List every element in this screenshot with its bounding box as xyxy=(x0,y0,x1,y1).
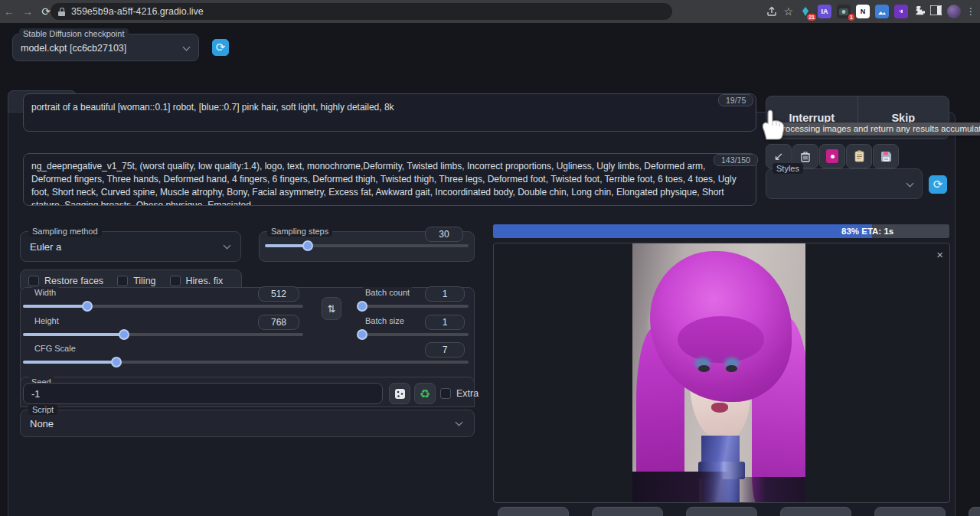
checkpoint-label: Stable Diffusion checkpoint xyxy=(19,28,129,39)
ext-onenote-icon[interactable] xyxy=(894,5,908,18)
eye-right xyxy=(726,365,737,372)
ext-camera-icon[interactable]: 1 xyxy=(837,5,851,18)
chevron-down-icon xyxy=(183,44,191,51)
close-icon[interactable]: × xyxy=(936,248,943,261)
styles-dropdown[interactable]: Styles xyxy=(766,168,923,199)
generation-progress-bar: 83% ETA: 1s xyxy=(493,224,949,238)
checkbox-icon xyxy=(117,276,128,286)
hires-fix-checkbox[interactable]: Hires. fix xyxy=(170,276,224,286)
random-seed-button[interactable] xyxy=(389,383,410,404)
hair-bangs xyxy=(678,316,764,363)
swap-width-height-button[interactable]: ⇅ xyxy=(322,297,341,320)
dice-icon xyxy=(394,388,406,400)
sampling-steps-slider[interactable] xyxy=(265,244,469,247)
mouse-cursor-hand xyxy=(756,106,789,141)
negative-prompt-textarea[interactable]: ng_deepnegative_v1_75t, (worst quality, … xyxy=(23,153,756,206)
sampling-method-value: Euler a xyxy=(30,241,61,253)
apply-styles-button[interactable] xyxy=(846,144,872,168)
batch-count-label: Batch count xyxy=(361,287,413,298)
batch-count-slider[interactable] xyxy=(358,305,469,308)
batch-size-slider[interactable] xyxy=(358,333,469,336)
browser-toolbar: ← → ⟳ 359e5b9a-a5ff-4216.gradio.live ☆ 2… xyxy=(0,0,980,23)
ext-photos-icon[interactable] xyxy=(875,5,889,18)
save-style-button[interactable] xyxy=(873,144,899,168)
batch-size-input[interactable]: 1 xyxy=(425,315,465,330)
share-icon[interactable] xyxy=(766,5,778,18)
lips xyxy=(711,403,729,412)
interrupt-tooltip: rocessing images and return any results … xyxy=(779,122,980,136)
tiling-checkbox[interactable]: Tiling xyxy=(117,276,155,286)
chevron-down-icon xyxy=(224,242,231,250)
cfg-scale-label: CFG Scale xyxy=(31,343,80,354)
ext-notion-icon[interactable]: N xyxy=(856,5,870,18)
cfg-scale-input[interactable]: 7 xyxy=(425,342,465,358)
shoulder-right xyxy=(734,477,805,503)
extra-action-button[interactable] xyxy=(969,507,980,516)
checkbox-icon xyxy=(440,388,451,399)
send-to-img2img-button[interactable] xyxy=(686,507,757,516)
checkpoint-dropdown[interactable]: Stable Diffusion checkpoint model.ckpt [… xyxy=(12,34,199,61)
styles-refresh-button[interactable]: ⟳ xyxy=(929,175,947,194)
recycle-icon: ♻ xyxy=(420,387,430,401)
seed-input[interactable]: -1 xyxy=(23,383,383,404)
negative-prompt-text: ng_deepnegative_v1_75t, (worst quality, … xyxy=(31,161,737,206)
back-icon[interactable]: ← xyxy=(0,5,18,18)
browser-extensions-row: ☆ 21 IA 1 N ⋮ xyxy=(766,0,975,23)
extra-networks-card-icon xyxy=(826,149,838,163)
negative-token-counter: 143/150 xyxy=(714,154,758,166)
script-value: None xyxy=(30,418,54,429)
width-slider[interactable] xyxy=(23,305,303,308)
chevron-down-icon xyxy=(906,180,914,188)
zip-button[interactable] xyxy=(592,507,663,516)
cfg-scale-slider[interactable] xyxy=(23,361,469,364)
profile-avatar[interactable] xyxy=(947,5,961,18)
lock-icon xyxy=(58,8,65,16)
chevron-down-icon xyxy=(456,419,463,426)
progress-fill xyxy=(493,224,872,238)
shoulder-left xyxy=(632,472,730,503)
width-label: Width xyxy=(31,287,60,298)
sidepanel-icon[interactable] xyxy=(930,5,942,18)
extra-seed-checkbox[interactable]: Extra xyxy=(440,388,479,399)
checkpoint-refresh-button[interactable]: ⟳ xyxy=(212,39,229,56)
sampling-method-label: Sampling method xyxy=(28,226,102,237)
checkpoint-value: model.ckpt [cc6cb27103] xyxy=(21,43,126,54)
styles-label: Styles xyxy=(773,163,803,174)
checkbox-icon xyxy=(170,276,181,286)
reuse-seed-button[interactable]: ♻ xyxy=(414,383,436,404)
height-input[interactable]: 768 xyxy=(258,315,299,330)
ext-teal-icon[interactable]: 21 xyxy=(799,5,812,18)
clipboard-icon xyxy=(854,150,864,162)
screen: ← → ⟳ 359e5b9a-a5ff-4216.gradio.live ☆ 2… xyxy=(0,0,980,516)
url-text: 359e5b9a-a5ff-4216.gradio.live xyxy=(71,6,204,17)
output-gallery: × xyxy=(493,243,950,503)
forward-icon[interactable]: → xyxy=(18,5,37,18)
ext-ia-icon[interactable]: IA xyxy=(818,5,831,18)
browser-menu-icon[interactable]: ⋮ xyxy=(966,6,975,17)
swap-arrows-icon: ⇅ xyxy=(328,303,336,315)
send-to-inpaint-button[interactable] xyxy=(780,507,851,516)
eye-left xyxy=(698,365,710,372)
height-slider[interactable] xyxy=(23,333,303,336)
width-input[interactable]: 512 xyxy=(258,286,299,302)
batch-count-input[interactable]: 1 xyxy=(425,286,465,302)
save-button[interactable] xyxy=(498,507,569,516)
extra-networks-button[interactable] xyxy=(819,144,845,168)
restore-faces-checkbox[interactable]: Restore faces xyxy=(28,276,103,286)
sampling-steps-label: Sampling steps xyxy=(267,226,332,237)
send-to-extras-button[interactable] xyxy=(874,507,946,516)
generated-image-preview[interactable] xyxy=(632,243,805,503)
sampling-steps-input[interactable]: 30 xyxy=(425,227,463,242)
url-bar[interactable]: 359e5b9a-a5ff-4216.gradio.live xyxy=(51,3,672,20)
prompt-textarea[interactable]: portrait of a beautiful [woman::0.1] rob… xyxy=(23,93,756,132)
sampling-method-select[interactable]: Sampling method Euler a xyxy=(20,231,241,262)
gradio-app: Stable Diffusion checkpoint model.ckpt [… xyxy=(0,23,980,516)
prompt-text: portrait of a beautiful [woman::0.1] rob… xyxy=(31,102,394,113)
progress-label: 83% ETA: 1s xyxy=(841,224,893,238)
arrow-down-left-icon: ↙ xyxy=(774,149,784,163)
puzzle-extensions-icon[interactable] xyxy=(913,5,925,19)
prompt-token-counter: 19/75 xyxy=(718,94,753,106)
script-select[interactable]: Script None xyxy=(20,410,475,437)
checkbox-icon xyxy=(28,276,39,286)
bookmark-star-icon[interactable]: ☆ xyxy=(783,5,793,18)
